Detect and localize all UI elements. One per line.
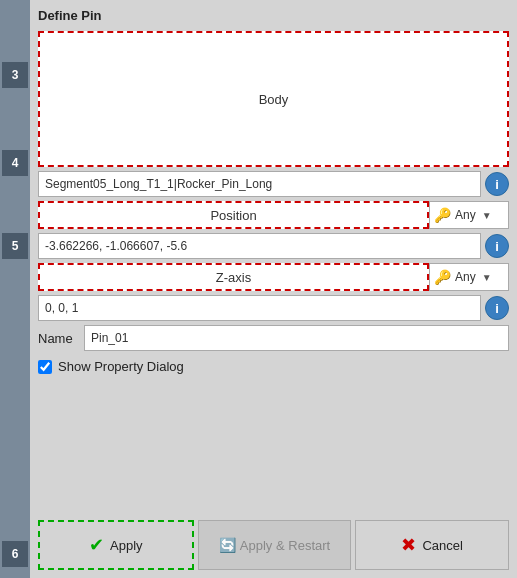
checkbox-row: Show Property Dialog bbox=[38, 359, 509, 374]
zaxis-input-row: i bbox=[38, 295, 509, 321]
zaxis-any-text: Any bbox=[455, 270, 476, 284]
body-label: Body bbox=[259, 92, 289, 107]
restart-icon: 🔄 bbox=[219, 537, 236, 553]
position-any-text: Any bbox=[455, 208, 476, 222]
position-row: Position 🔑 Any ▼ bbox=[38, 201, 509, 229]
position-dropdown[interactable]: 🔑 Any ▼ bbox=[429, 201, 509, 229]
zaxis-section: Z-axis bbox=[38, 263, 429, 291]
zaxis-chevron-icon: ▼ bbox=[482, 272, 492, 283]
body-input-row: i bbox=[38, 171, 509, 197]
apply-check-icon: ✔ bbox=[89, 534, 104, 556]
cancel-button[interactable]: ✖ Cancel bbox=[355, 520, 509, 570]
position-chevron-icon: ▼ bbox=[482, 210, 492, 221]
panel-title: Define Pin bbox=[38, 8, 509, 23]
sidebar-number-3: 3 bbox=[2, 62, 28, 88]
position-input-row: i bbox=[38, 233, 509, 259]
apply-restart-label: Apply & Restart bbox=[240, 538, 330, 553]
body-input[interactable] bbox=[38, 171, 481, 197]
name-label: Name bbox=[38, 331, 78, 346]
cancel-x-icon: ✖ bbox=[401, 534, 416, 556]
sidebar: 3 4 5 6 bbox=[0, 0, 30, 578]
position-info-button[interactable]: i bbox=[485, 234, 509, 258]
button-row: ✔ Apply 🔄 Apply & Restart ✖ Cancel bbox=[38, 520, 509, 570]
checkbox-label: Show Property Dialog bbox=[58, 359, 184, 374]
position-input[interactable] bbox=[38, 233, 481, 259]
main-panel: Define Pin Body i Position 🔑 Any ▼ i Z-a… bbox=[30, 0, 517, 578]
zaxis-any-icon: 🔑 bbox=[434, 269, 451, 285]
apply-restart-button[interactable]: 🔄 Apply & Restart bbox=[198, 520, 352, 570]
zaxis-dropdown[interactable]: 🔑 Any ▼ bbox=[429, 263, 509, 291]
apply-button[interactable]: ✔ Apply bbox=[38, 520, 194, 570]
zaxis-row: Z-axis 🔑 Any ▼ bbox=[38, 263, 509, 291]
sidebar-number-5: 5 bbox=[2, 233, 28, 259]
show-property-checkbox[interactable] bbox=[38, 360, 52, 374]
position-section: Position bbox=[38, 201, 429, 229]
body-info-button[interactable]: i bbox=[485, 172, 509, 196]
sidebar-number-6: 6 bbox=[2, 541, 28, 567]
body-section: Body bbox=[38, 31, 509, 167]
name-row: Name bbox=[38, 325, 509, 351]
position-any-icon: 🔑 bbox=[434, 207, 451, 223]
sidebar-number-4: 4 bbox=[2, 150, 28, 176]
apply-label: Apply bbox=[110, 538, 143, 553]
spacer bbox=[38, 384, 509, 516]
zaxis-label: Z-axis bbox=[216, 270, 251, 285]
zaxis-input[interactable] bbox=[38, 295, 481, 321]
cancel-label: Cancel bbox=[422, 538, 462, 553]
zaxis-info-button[interactable]: i bbox=[485, 296, 509, 320]
name-input[interactable] bbox=[84, 325, 509, 351]
position-label: Position bbox=[210, 208, 256, 223]
